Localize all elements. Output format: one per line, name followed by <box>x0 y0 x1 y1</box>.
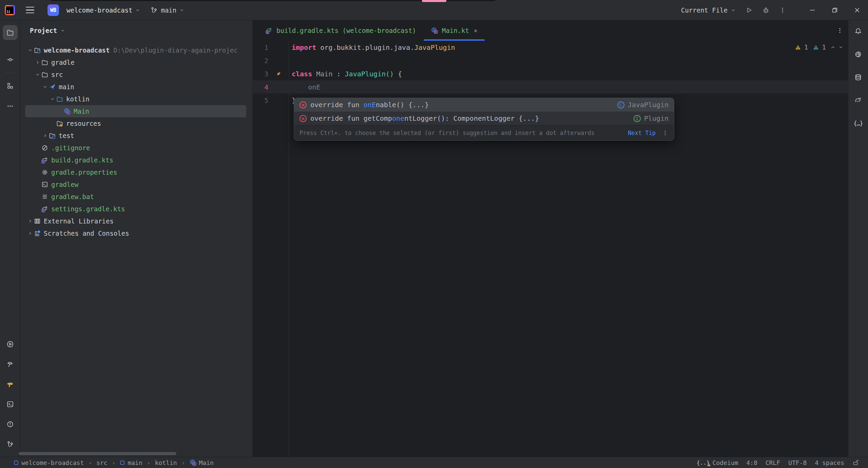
tool-more-button[interactable] <box>3 99 18 114</box>
tree-row[interactable]: gradle.properties <box>25 166 246 178</box>
editor[interactable]: build.gradle.kts (welcome-broadcast)Main… <box>253 20 848 457</box>
editor-tab-bar: build.gradle.kts (welcome-broadcast)Main… <box>253 20 848 41</box>
tree-row[interactable]: settings.gradle.kts <box>25 203 246 215</box>
kotlin-class-icon <box>431 27 438 34</box>
tree-row[interactable]: gradle <box>25 56 246 69</box>
tree-row[interactable]: kotlin <box>25 93 246 105</box>
chevron-right-icon[interactable] <box>41 133 49 138</box>
run-configuration-selector[interactable]: Current File <box>681 6 736 14</box>
tree-row[interactable]: gradlew.bat <box>25 191 246 203</box>
tool-gradle-button[interactable] <box>851 93 866 108</box>
status-widget[interactable]: 4:8 <box>746 459 757 466</box>
tool-structure-button[interactable] <box>3 78 18 93</box>
completion-item[interactable]: moverride fun onEnable() {...}CJavaPlugi… <box>294 98 674 112</box>
tool-commit-button[interactable] <box>3 52 18 67</box>
tree-row[interactable]: resources <box>25 117 246 130</box>
tool-problems-button[interactable] <box>3 417 18 432</box>
status-widget[interactable]: UTF-8 <box>788 459 807 466</box>
chevron-down-icon[interactable] <box>49 97 56 101</box>
class-icon: C <box>617 101 624 109</box>
chevron-down-icon <box>135 8 140 13</box>
tree-row[interactable]: src <box>25 69 246 81</box>
tree-row[interactable]: Scratches and Consoles <box>25 227 246 239</box>
run-button[interactable] <box>745 6 753 14</box>
deps-icon: {…} <box>853 120 863 127</box>
tree-row[interactable]: main <box>25 81 246 93</box>
line-number[interactable]: 5 <box>253 97 268 104</box>
tool-deps-button[interactable]: {…} <box>851 116 866 131</box>
main-menu-button[interactable] <box>23 3 37 17</box>
inspections-widget[interactable]: 1 1 <box>795 43 843 51</box>
completion-item-origin: JavaPlugin <box>628 101 669 109</box>
close-button[interactable] <box>854 7 861 14</box>
status-widget[interactable]: {..}Codeium <box>697 459 738 466</box>
breadcrumb-item[interactable]: kotlin <box>155 459 177 466</box>
tool-terminal-button[interactable] <box>3 397 18 412</box>
status-widget[interactable]: CRLF <box>766 459 780 466</box>
text-lines-icon <box>41 193 48 200</box>
close-tab-icon[interactable]: ✕ <box>474 27 477 34</box>
project-selector[interactable]: welcome-broadcast <box>64 4 143 16</box>
code-line: 4 onE <box>253 80 848 94</box>
tree-row[interactable]: test <box>25 130 246 142</box>
chevron-down-icon[interactable] <box>41 84 49 89</box>
line-number[interactable]: 1 <box>253 44 268 51</box>
branch-selector[interactable]: main <box>148 4 187 16</box>
code-line: 1import org.bukkit.plugin.java.JavaPlugi… <box>253 41 848 54</box>
breadcrumb-item[interactable]: src <box>96 459 108 466</box>
minimize-button[interactable] <box>809 7 816 14</box>
breadcrumb-label: main <box>128 459 142 466</box>
code-area[interactable]: 1 1 1import org.bukkit.plugin.java.JavaP… <box>253 41 848 457</box>
chevron-right-icon[interactable] <box>26 231 34 236</box>
line-number[interactable]: 4 <box>253 83 268 91</box>
status-widget[interactable]: 4 spaces <box>815 459 844 466</box>
tree-row[interactable]: build.gradle.kts <box>25 154 246 166</box>
tool-notifications-button[interactable] <box>851 24 866 39</box>
editor-tab[interactable]: Main.kt✕ <box>424 20 485 41</box>
line-number[interactable]: 3 <box>253 70 268 78</box>
tool-project-button[interactable] <box>3 25 18 40</box>
tree-row[interactable]: .gitignore <box>25 142 246 154</box>
chevron-down-icon[interactable] <box>26 48 34 53</box>
tree-row[interactable]: Main <box>25 105 246 117</box>
tool-run-button[interactable] <box>3 337 18 352</box>
tool-database-button[interactable] <box>851 70 866 85</box>
line-number[interactable]: 2 <box>253 57 268 64</box>
breadcrumb-item[interactable]: welcome-broadcast <box>14 459 84 466</box>
tree-row[interactable]: gradlew <box>25 178 246 191</box>
project-avatar[interactable]: WB <box>47 4 59 16</box>
tool-build-tool-button[interactable] <box>3 377 18 392</box>
breadcrumb-separator: › <box>88 459 92 466</box>
tree-row[interactable]: External Libraries <box>25 215 246 227</box>
chevron-right-icon[interactable] <box>34 60 41 65</box>
tool-ai-button[interactable] <box>851 47 866 62</box>
breadcrumbs: welcome-broadcast›src›main›kotlin›Main <box>14 459 214 466</box>
editor-tab[interactable]: build.gradle.kts (welcome-broadcast) <box>258 20 424 41</box>
breadcrumb-item[interactable]: Main <box>190 459 214 466</box>
hint-menu-icon[interactable] <box>662 130 669 136</box>
more-actions-button[interactable] <box>779 7 786 14</box>
status-widget-label: UTF-8 <box>788 459 807 466</box>
next-tip-link[interactable]: Next Tip <box>628 130 656 136</box>
debug-button[interactable] <box>762 6 770 14</box>
prev-problem-icon[interactable] <box>830 45 835 50</box>
tool-vcs-button[interactable] <box>3 437 18 452</box>
project-panel-header[interactable]: Project <box>20 20 252 41</box>
plug-icon[interactable] <box>275 71 282 77</box>
tree-item-label: gradlew.bat <box>51 193 94 200</box>
status-widget-label: 4 spaces <box>815 459 844 466</box>
tool-build-button[interactable] <box>3 357 18 372</box>
tree-row[interactable]: welcome-broadcastD:\Dev\plugin-diary-aga… <box>25 44 246 56</box>
status-widget[interactable] <box>852 459 859 466</box>
chevron-right-icon[interactable] <box>26 219 34 223</box>
next-problem-icon[interactable] <box>838 45 843 50</box>
restore-button[interactable] <box>831 7 838 14</box>
completion-item[interactable]: moverride fun getComponentLogger(): Comp… <box>294 112 674 125</box>
completion-hint-text: Press Ctrl+. to choose the selected (or … <box>300 130 595 136</box>
chevron-down-icon[interactable] <box>34 72 41 77</box>
status-widget-label: 4:8 <box>746 459 757 466</box>
tab-options-icon[interactable] <box>836 27 843 34</box>
tree-item-label: build.gradle.kts <box>51 156 113 164</box>
project-panel-hscrollbar[interactable] <box>19 452 176 455</box>
breadcrumb-item[interactable]: main <box>120 459 142 466</box>
